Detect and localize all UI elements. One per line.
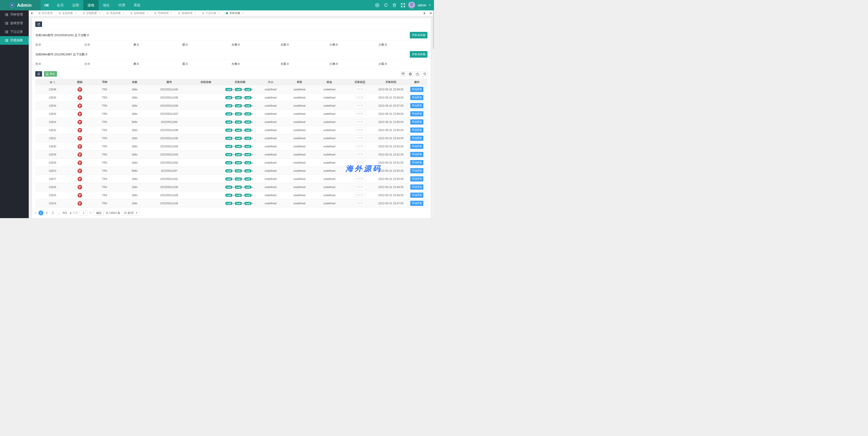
goto-page-input[interactable] — [80, 210, 88, 215]
manual-draw-button[interactable]: 手动开奖 — [410, 128, 423, 133]
tab[interactable]: 后台首页 — [35, 10, 56, 16]
stat-item: 小:0 — [84, 62, 133, 66]
result-pill: null — [235, 161, 242, 164]
trash-icon[interactable] — [391, 2, 398, 9]
tab-close-icon[interactable]: × — [99, 11, 101, 15]
sidebar-item[interactable]: 开奖结果 — [0, 36, 29, 45]
tabs-scroll-right-button[interactable] — [421, 10, 427, 16]
confirm-page-button[interactable]: 确定 — [94, 210, 104, 215]
tab[interactable]: 分组配置 × — [80, 10, 104, 16]
collapse-menu-button[interactable] — [41, 0, 53, 10]
layout-columns-icon[interactable] — [400, 71, 406, 77]
scrollbar[interactable] — [433, 10, 434, 218]
tab-close-icon[interactable]: × — [242, 11, 244, 15]
result-pill: null — [244, 194, 251, 197]
manual-draw-button[interactable]: 手动开奖 — [410, 201, 423, 206]
avatar[interactable] — [408, 2, 415, 9]
cell-status: 未开奖 — [344, 110, 375, 118]
export-file-icon[interactable] — [415, 71, 420, 77]
cell-id: 13529 — [35, 150, 69, 159]
cell-status: 未开奖 — [344, 118, 375, 126]
manual-draw-button[interactable]: 手动开奖 — [410, 111, 423, 116]
per-page-select[interactable]: 15 条/页 — [122, 210, 139, 215]
nav-item[interactable]: 系统 — [129, 0, 145, 10]
tab-close-icon[interactable]: × — [147, 11, 148, 15]
stat-item: 大单:0 — [231, 62, 280, 66]
refresh-icon — [37, 23, 40, 26]
refresh-table-button[interactable] — [35, 71, 42, 77]
manual-draw-button[interactable]: 手动开奖 — [410, 152, 423, 157]
page-button[interactable]: 2 — [44, 210, 49, 215]
manual-draw-button[interactable]: 手动开奖 — [410, 87, 423, 92]
manual-draw-button[interactable]: 手动开奖 — [410, 136, 423, 141]
manual-draw-button[interactable]: 手动开奖 — [410, 103, 423, 108]
nav-item[interactable]: 运营 — [68, 0, 83, 10]
tab[interactable]: 充值列表 × — [103, 10, 128, 16]
refresh-icon[interactable] — [382, 2, 389, 9]
col-id[interactable]: id — [35, 79, 69, 86]
cell-status: 未开奖 — [344, 134, 375, 142]
manual-draw-button[interactable]: 手动开奖 — [410, 144, 423, 149]
cell-combo: undefined — [314, 110, 344, 118]
cell-action: 手动开奖 — [406, 167, 428, 175]
manual-draw-button[interactable]: 手动开奖 — [410, 193, 423, 198]
sidebar-item[interactable]: 游戏管理 — [0, 19, 29, 28]
cell-issue: 202205311436 — [150, 126, 188, 134]
tab-close-icon[interactable]: × — [123, 11, 124, 15]
tab[interactable]: 游戏管理 × — [175, 10, 199, 16]
search-icon[interactable] — [422, 71, 428, 77]
tab-close-icon[interactable]: × — [218, 11, 220, 15]
tab[interactable]: 币种管理 × — [151, 10, 175, 16]
sidebar-item[interactable]: 币种管理 — [0, 10, 29, 19]
cell-coin: TRX — [90, 199, 119, 207]
export-button[interactable]: 导出 — [44, 71, 57, 77]
page-button[interactable]: 3 — [50, 210, 55, 215]
print-icon[interactable] — [407, 71, 413, 77]
result-pill: null — [235, 169, 242, 172]
tab[interactable]: 开奖结果 × — [223, 10, 247, 16]
tab[interactable]: 下注记录 × — [199, 10, 223, 16]
manual-draw-button[interactable]: 手动开奖 — [410, 119, 423, 125]
trx-coin-icon — [78, 136, 82, 141]
cell-price — [188, 94, 223, 102]
nav-item[interactable]: 会员 — [53, 0, 68, 10]
result-pill: null — [235, 177, 242, 180]
cell-oddeven: undefined — [284, 86, 314, 94]
scrollbar-thumb[interactable] — [433, 10, 434, 49]
prev-page-icon[interactable] — [35, 212, 37, 214]
tab-dot-icon — [226, 12, 228, 14]
tab[interactable]: 会员列表 × — [56, 10, 80, 16]
refresh-sections-button[interactable] — [35, 22, 42, 27]
status-not-drawn-button: 未开奖 — [354, 185, 366, 190]
page-button[interactable]: 922 — [62, 210, 68, 215]
trx-coin-icon — [78, 169, 82, 173]
tab-close-icon[interactable]: × — [75, 11, 77, 15]
draw-current-issue-button[interactable]: 开奖当前期 — [410, 51, 428, 58]
nav-item[interactable]: 代理 — [114, 0, 129, 10]
nav-item[interactable]: 地址 — [99, 0, 114, 10]
page-button[interactable]: 1 — [38, 210, 43, 215]
sidebar-item[interactable]: 下注记录 — [0, 28, 29, 36]
hexagon-badge-icon[interactable] — [374, 2, 381, 9]
stat-item: 大双:0 — [280, 43, 330, 47]
manual-draw-button[interactable]: 手动开奖 — [410, 95, 423, 100]
cell-action: 手动开奖 — [406, 94, 428, 102]
draw-current-issue-button[interactable]: 开奖当前期 — [410, 32, 428, 38]
next-page-icon[interactable] — [69, 212, 71, 214]
tab-close-icon[interactable]: × — [170, 11, 172, 15]
manual-draw-button[interactable]: 手动开奖 — [410, 185, 423, 190]
manual-draw-button[interactable]: 手动开奖 — [410, 176, 423, 181]
cell-id: 13528 — [35, 159, 69, 167]
cell-price — [188, 126, 223, 134]
tab[interactable]: 划转明细 × — [128, 10, 152, 16]
manual-draw-button[interactable]: 手动开奖 — [410, 160, 423, 165]
tab-close-icon[interactable]: × — [194, 11, 196, 15]
nav-item[interactable]: 游戏 — [83, 0, 99, 10]
username[interactable]: admin — [418, 3, 426, 7]
status-not-drawn-button: 未开奖 — [354, 103, 366, 108]
fullscreen-icon[interactable] — [400, 2, 406, 9]
current-issue-1min: 当前1Min期号:202205301431 总下注数:0 — [35, 33, 89, 37]
cell-oddeven: undefined — [284, 94, 314, 102]
tabs-scroll-left-button[interactable] — [29, 10, 35, 16]
manual-draw-button[interactable]: 手动开奖 — [410, 168, 423, 173]
